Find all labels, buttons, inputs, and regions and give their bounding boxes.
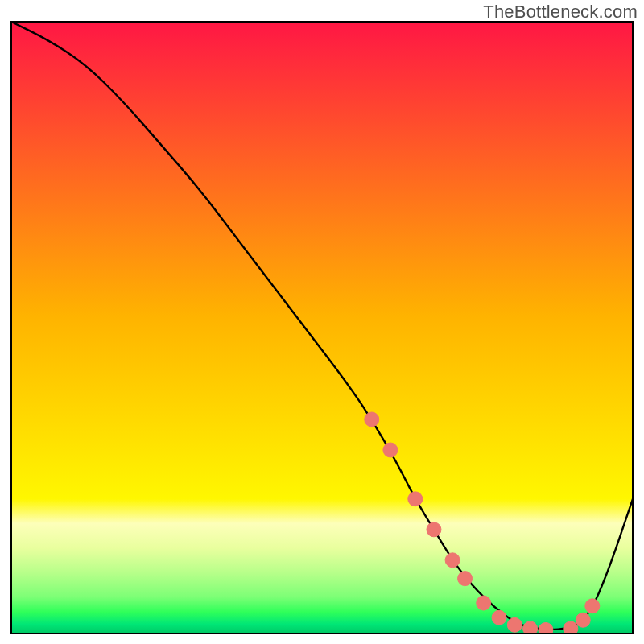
marker-point (383, 443, 398, 457)
marker-point (492, 610, 506, 625)
marker-point (585, 599, 600, 613)
gradient-background (11, 22, 633, 634)
marker-point (445, 553, 460, 568)
marker-point (408, 492, 423, 506)
marker-point (539, 622, 553, 637)
bottleneck-chart (0, 0, 644, 644)
watermark-text: TheBottleneck.com (483, 2, 638, 23)
marker-point (507, 617, 522, 632)
chart-container: { "watermark": "TheBottleneck.com", "col… (0, 0, 644, 644)
marker-point (576, 613, 590, 627)
marker-point (458, 572, 473, 586)
marker-point (477, 596, 491, 610)
marker-point (427, 522, 441, 537)
marker-point (365, 412, 379, 427)
